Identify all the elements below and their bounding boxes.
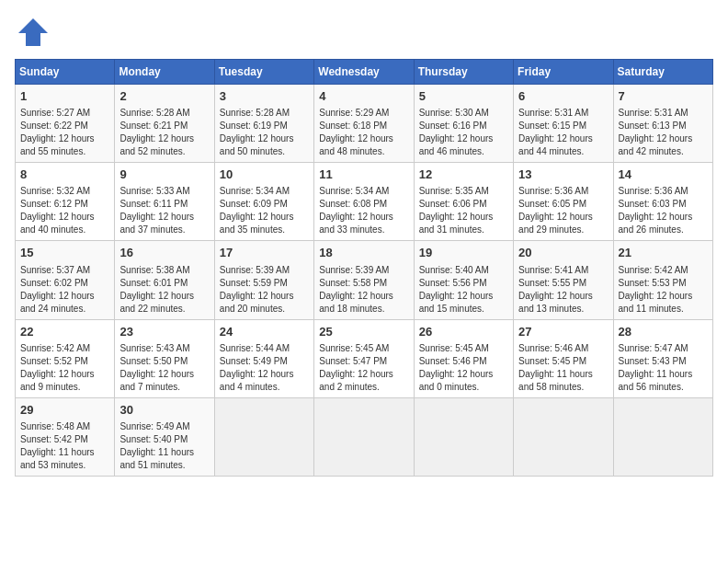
- calendar-cell: 22Sunrise: 5:42 AM Sunset: 5:52 PM Dayli…: [16, 319, 115, 397]
- day-number: 14: [619, 167, 708, 183]
- day-number: 5: [419, 88, 508, 105]
- calendar-cell: 19Sunrise: 5:40 AM Sunset: 5:56 PM Dayli…: [414, 241, 513, 319]
- day-number: 6: [518, 88, 608, 105]
- day-number: 19: [419, 245, 508, 261]
- calendar-cell: [214, 397, 313, 476]
- weekday-header-row: SundayMondayTuesdayWednesdayThursdayFrid…: [16, 60, 713, 85]
- day-number: 30: [119, 402, 209, 419]
- day-detail: Sunrise: 5:36 AM Sunset: 6:05 PM Dayligh…: [518, 185, 608, 236]
- day-detail: Sunrise: 5:38 AM Sunset: 6:01 PM Dayligh…: [119, 264, 209, 316]
- day-number: 17: [220, 245, 309, 261]
- day-number: 22: [20, 324, 109, 340]
- day-number: 23: [119, 324, 209, 340]
- day-detail: Sunrise: 5:42 AM Sunset: 5:53 PM Dayligh…: [619, 264, 708, 316]
- day-number: 16: [119, 245, 209, 261]
- week-row-1: 1Sunrise: 5:27 AM Sunset: 6:22 PM Daylig…: [16, 85, 713, 163]
- day-number: 21: [619, 245, 708, 261]
- calendar-cell: 10Sunrise: 5:34 AM Sunset: 6:09 PM Dayli…: [214, 163, 313, 241]
- day-detail: Sunrise: 5:28 AM Sunset: 6:21 PM Dayligh…: [119, 107, 209, 158]
- day-number: 3: [220, 88, 309, 105]
- calendar-cell: 2Sunrise: 5:28 AM Sunset: 6:21 PM Daylig…: [115, 85, 214, 163]
- day-number: 1: [20, 88, 109, 105]
- logo: [15, 15, 53, 50]
- weekday-header-tuesday: Tuesday: [214, 60, 313, 85]
- day-number: 4: [319, 88, 408, 105]
- day-number: 11: [319, 167, 408, 183]
- calendar-cell: [514, 397, 613, 476]
- day-detail: Sunrise: 5:44 AM Sunset: 5:49 PM Dayligh…: [220, 342, 309, 394]
- calendar-cell: 21Sunrise: 5:42 AM Sunset: 5:53 PM Dayli…: [613, 241, 712, 319]
- calendar-cell: 6Sunrise: 5:31 AM Sunset: 6:15 PM Daylig…: [514, 85, 613, 163]
- day-detail: Sunrise: 5:47 AM Sunset: 5:43 PM Dayligh…: [619, 342, 708, 394]
- day-detail: Sunrise: 5:43 AM Sunset: 5:50 PM Dayligh…: [119, 342, 209, 394]
- day-number: 26: [419, 324, 508, 340]
- calendar-cell: 26Sunrise: 5:45 AM Sunset: 5:46 PM Dayli…: [414, 319, 513, 397]
- day-detail: Sunrise: 5:34 AM Sunset: 6:09 PM Dayligh…: [220, 185, 309, 236]
- logo-icon: [15, 15, 50, 50]
- week-row-5: 29Sunrise: 5:48 AM Sunset: 5:42 PM Dayli…: [16, 397, 713, 476]
- day-number: 29: [20, 402, 109, 419]
- day-detail: Sunrise: 5:37 AM Sunset: 6:02 PM Dayligh…: [20, 264, 109, 316]
- calendar-cell: 27Sunrise: 5:46 AM Sunset: 5:45 PM Dayli…: [514, 319, 613, 397]
- calendar-cell: 18Sunrise: 5:39 AM Sunset: 5:58 PM Dayli…: [314, 241, 414, 319]
- day-detail: Sunrise: 5:31 AM Sunset: 6:15 PM Dayligh…: [518, 107, 608, 158]
- day-detail: Sunrise: 5:45 AM Sunset: 5:47 PM Dayligh…: [319, 342, 408, 394]
- day-number: 2: [119, 88, 209, 105]
- week-row-2: 8Sunrise: 5:32 AM Sunset: 6:12 PM Daylig…: [16, 163, 713, 241]
- calendar-cell: 30Sunrise: 5:49 AM Sunset: 5:40 PM Dayli…: [115, 397, 214, 476]
- weekday-header-saturday: Saturday: [613, 60, 712, 85]
- calendar-cell: 12Sunrise: 5:35 AM Sunset: 6:06 PM Dayli…: [414, 163, 513, 241]
- day-detail: Sunrise: 5:39 AM Sunset: 5:58 PM Dayligh…: [319, 264, 408, 316]
- day-detail: Sunrise: 5:49 AM Sunset: 5:40 PM Dayligh…: [119, 420, 209, 472]
- day-detail: Sunrise: 5:36 AM Sunset: 6:03 PM Dayligh…: [619, 185, 708, 236]
- calendar-cell: 11Sunrise: 5:34 AM Sunset: 6:08 PM Dayli…: [314, 163, 414, 241]
- weekday-header-friday: Friday: [514, 60, 613, 85]
- weekday-header-sunday: Sunday: [16, 60, 115, 85]
- day-detail: Sunrise: 5:31 AM Sunset: 6:13 PM Dayligh…: [619, 107, 708, 158]
- week-row-4: 22Sunrise: 5:42 AM Sunset: 5:52 PM Dayli…: [16, 319, 713, 397]
- day-detail: Sunrise: 5:30 AM Sunset: 6:16 PM Dayligh…: [419, 107, 508, 158]
- day-detail: Sunrise: 5:33 AM Sunset: 6:11 PM Dayligh…: [119, 185, 209, 236]
- day-number: 15: [20, 245, 109, 261]
- day-number: 24: [220, 324, 309, 340]
- calendar-cell: 14Sunrise: 5:36 AM Sunset: 6:03 PM Dayli…: [613, 163, 712, 241]
- calendar-table: SundayMondayTuesdayWednesdayThursdayFrid…: [15, 59, 713, 477]
- calendar-cell: 9Sunrise: 5:33 AM Sunset: 6:11 PM Daylig…: [115, 163, 214, 241]
- day-detail: Sunrise: 5:34 AM Sunset: 6:08 PM Dayligh…: [319, 185, 408, 236]
- day-number: 25: [319, 324, 408, 340]
- day-number: 27: [518, 324, 608, 340]
- calendar-cell: 28Sunrise: 5:47 AM Sunset: 5:43 PM Dayli…: [613, 319, 712, 397]
- day-number: 18: [319, 245, 408, 261]
- week-row-3: 15Sunrise: 5:37 AM Sunset: 6:02 PM Dayli…: [16, 241, 713, 319]
- calendar-cell: 7Sunrise: 5:31 AM Sunset: 6:13 PM Daylig…: [613, 85, 712, 163]
- day-detail: Sunrise: 5:48 AM Sunset: 5:42 PM Dayligh…: [20, 420, 109, 472]
- calendar-cell: [314, 397, 414, 476]
- calendar-cell: [414, 397, 513, 476]
- day-detail: Sunrise: 5:46 AM Sunset: 5:45 PM Dayligh…: [518, 342, 608, 394]
- day-detail: Sunrise: 5:32 AM Sunset: 6:12 PM Dayligh…: [20, 185, 109, 236]
- day-number: 28: [619, 324, 708, 340]
- day-detail: Sunrise: 5:45 AM Sunset: 5:46 PM Dayligh…: [419, 342, 508, 394]
- calendar-cell: 25Sunrise: 5:45 AM Sunset: 5:47 PM Dayli…: [314, 319, 414, 397]
- day-detail: Sunrise: 5:28 AM Sunset: 6:19 PM Dayligh…: [220, 107, 309, 158]
- calendar-cell: 3Sunrise: 5:28 AM Sunset: 6:19 PM Daylig…: [214, 85, 313, 163]
- calendar-cell: 1Sunrise: 5:27 AM Sunset: 6:22 PM Daylig…: [16, 85, 115, 163]
- calendar-cell: 24Sunrise: 5:44 AM Sunset: 5:49 PM Dayli…: [214, 319, 313, 397]
- day-number: 13: [518, 167, 608, 183]
- calendar-cell: 20Sunrise: 5:41 AM Sunset: 5:55 PM Dayli…: [514, 241, 613, 319]
- day-detail: Sunrise: 5:40 AM Sunset: 5:56 PM Dayligh…: [419, 264, 508, 316]
- day-number: 7: [619, 88, 708, 105]
- weekday-header-wednesday: Wednesday: [314, 60, 414, 85]
- day-detail: Sunrise: 5:35 AM Sunset: 6:06 PM Dayligh…: [419, 185, 508, 236]
- calendar-cell: [613, 397, 712, 476]
- day-number: 12: [419, 167, 508, 183]
- day-number: 9: [119, 167, 209, 183]
- day-number: 20: [518, 245, 608, 261]
- calendar-cell: 13Sunrise: 5:36 AM Sunset: 6:05 PM Dayli…: [514, 163, 613, 241]
- day-number: 10: [220, 167, 309, 183]
- page-header: [15, 15, 713, 50]
- calendar-cell: 23Sunrise: 5:43 AM Sunset: 5:50 PM Dayli…: [115, 319, 214, 397]
- day-detail: Sunrise: 5:27 AM Sunset: 6:22 PM Dayligh…: [20, 107, 109, 158]
- weekday-header-thursday: Thursday: [414, 60, 513, 85]
- weekday-header-monday: Monday: [115, 60, 214, 85]
